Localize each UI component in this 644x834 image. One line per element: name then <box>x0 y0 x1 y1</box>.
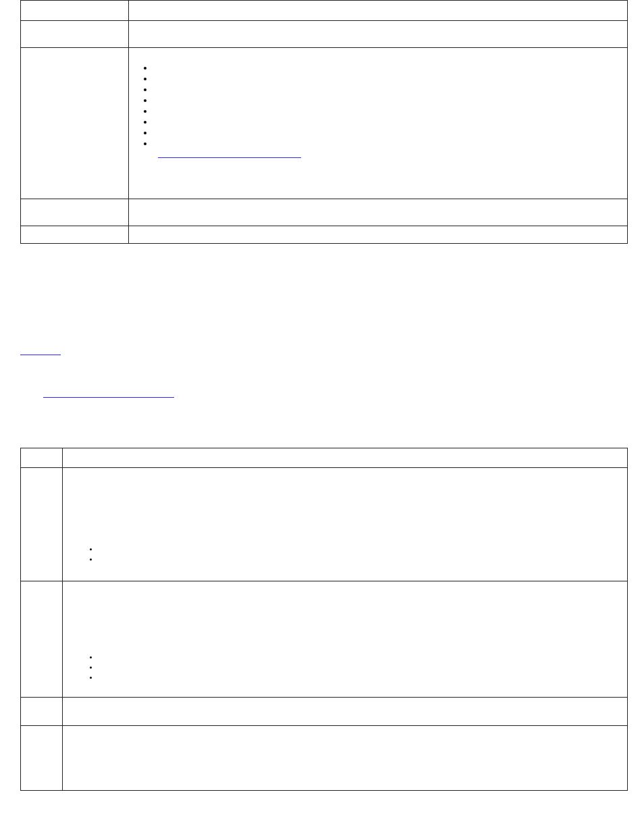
t1-r4-c1 <box>128 226 627 244</box>
t1-bullet-3 <box>153 84 626 95</box>
t2-r2-bullet-3 <box>99 671 626 681</box>
t1-r3-c1 <box>128 199 627 226</box>
t2-r2-c0 <box>21 581 63 698</box>
t2-r2-bullet-1 <box>99 651 626 661</box>
body-link-2[interactable] <box>43 388 174 398</box>
t2-r1-bullet-1 <box>99 543 626 553</box>
t2-r1-bullet-list <box>99 543 626 563</box>
t2-r0-c0 <box>21 448 63 468</box>
top-table <box>20 0 628 244</box>
t1-bullet-8 <box>153 138 626 149</box>
t1-r2-c1 <box>128 48 627 199</box>
t1-r0-c1 <box>128 1 627 21</box>
t1-bullet-7 <box>153 127 626 138</box>
t2-r0-c1 <box>62 448 627 468</box>
t1-r4-c0 <box>21 226 129 244</box>
t2-r2-bullet-list <box>99 651 626 681</box>
t2-r1-c1 <box>62 468 627 581</box>
t1-bullet-5 <box>153 105 626 116</box>
t1-r2-c0 <box>21 48 129 199</box>
body-link-1[interactable] <box>20 345 61 355</box>
t1-r0-c0 <box>21 1 129 21</box>
t1-r1-c0 <box>21 21 129 48</box>
t1-r3-c0 <box>21 199 129 226</box>
bottom-table <box>20 448 628 791</box>
t1-bullet-6 <box>153 116 626 127</box>
t2-r3-c1 <box>62 698 627 726</box>
t2-r2-c1 <box>62 581 627 698</box>
t1-inline-link[interactable] <box>158 157 301 158</box>
t1-r1-c1 <box>128 21 627 48</box>
t2-r1-bullet-2 <box>99 553 626 563</box>
t2-r4-c0 <box>21 726 63 791</box>
t1-bullet-1 <box>153 62 626 73</box>
t2-r3-c0 <box>21 698 63 726</box>
t1-bullet-4 <box>153 95 626 105</box>
t1-bullet-2 <box>153 73 626 84</box>
t1-bullet-list <box>153 62 626 149</box>
t2-r2-bullet-2 <box>99 661 626 671</box>
t2-r4-c1 <box>62 726 627 791</box>
t2-r1-c0 <box>21 468 63 581</box>
